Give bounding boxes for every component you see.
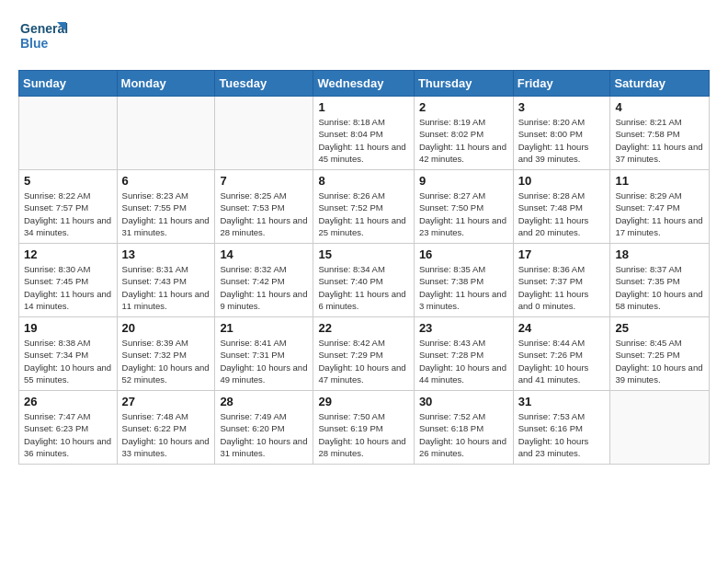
- day-number: 24: [518, 321, 606, 335]
- day-number: 25: [615, 321, 704, 335]
- calendar-cell: 27Sunrise: 7:48 AM Sunset: 6:22 PM Dayli…: [117, 391, 215, 465]
- weekday-header-wednesday: Wednesday: [313, 71, 414, 97]
- calendar-cell: [19, 97, 118, 170]
- day-number: 28: [220, 395, 308, 408]
- day-info: Sunrise: 8:20 AM Sunset: 8:00 PM Dayligh…: [518, 116, 606, 165]
- calendar-cell: 26Sunrise: 7:47 AM Sunset: 6:23 PM Dayli…: [19, 391, 118, 465]
- calendar-cell: 23Sunrise: 8:43 AM Sunset: 7:28 PM Dayli…: [414, 317, 513, 391]
- day-info: Sunrise: 8:26 AM Sunset: 7:52 PM Dayligh…: [318, 190, 408, 238]
- calendar-cell: [117, 97, 215, 170]
- page-container: GeneralBlue SundayMondayTuesdayWednesday…: [18, 18, 710, 465]
- day-info: Sunrise: 8:32 AM Sunset: 7:42 PM Dayligh…: [220, 263, 308, 312]
- day-info: Sunrise: 8:43 AM Sunset: 7:28 PM Dayligh…: [419, 337, 508, 385]
- calendar-cell: 7Sunrise: 8:25 AM Sunset: 7:53 PM Daylig…: [215, 170, 313, 244]
- day-info: Sunrise: 8:45 AM Sunset: 7:25 PM Dayligh…: [615, 337, 704, 385]
- day-number: 1: [318, 100, 408, 114]
- day-number: 15: [318, 247, 408, 261]
- day-info: Sunrise: 8:22 AM Sunset: 7:57 PM Dayligh…: [24, 190, 112, 238]
- day-number: 2: [419, 100, 508, 114]
- calendar-cell: 6Sunrise: 8:23 AM Sunset: 7:55 PM Daylig…: [117, 170, 215, 244]
- weekday-header-monday: Monday: [117, 71, 215, 97]
- day-number: 19: [24, 321, 112, 335]
- calendar-cell: 25Sunrise: 8:45 AM Sunset: 7:25 PM Dayli…: [610, 317, 710, 391]
- calendar-cell: 14Sunrise: 8:32 AM Sunset: 7:42 PM Dayli…: [215, 244, 313, 317]
- weekday-header-saturday: Saturday: [610, 71, 710, 97]
- logo-icon: GeneralBlue: [18, 18, 69, 53]
- calendar-week-row: 1Sunrise: 8:18 AM Sunset: 8:04 PM Daylig…: [19, 97, 710, 170]
- day-number: 21: [220, 321, 308, 335]
- day-info: Sunrise: 8:35 AM Sunset: 7:38 PM Dayligh…: [419, 263, 508, 312]
- day-number: 4: [615, 100, 704, 114]
- calendar-cell: 20Sunrise: 8:39 AM Sunset: 7:32 PM Dayli…: [117, 317, 215, 391]
- day-number: 11: [615, 174, 704, 188]
- day-number: 30: [419, 395, 508, 408]
- calendar-table: SundayMondayTuesdayWednesdayThursdayFrid…: [18, 70, 710, 465]
- calendar-cell: 12Sunrise: 8:30 AM Sunset: 7:45 PM Dayli…: [19, 244, 118, 317]
- weekday-header-thursday: Thursday: [414, 71, 513, 97]
- day-info: Sunrise: 8:38 AM Sunset: 7:34 PM Dayligh…: [24, 337, 112, 385]
- day-info: Sunrise: 8:41 AM Sunset: 7:31 PM Dayligh…: [220, 337, 308, 385]
- day-info: Sunrise: 8:30 AM Sunset: 7:45 PM Dayligh…: [24, 263, 112, 312]
- day-info: Sunrise: 7:50 AM Sunset: 6:19 PM Dayligh…: [318, 410, 408, 459]
- calendar-cell: 10Sunrise: 8:28 AM Sunset: 7:48 PM Dayli…: [513, 170, 610, 244]
- day-info: Sunrise: 8:25 AM Sunset: 7:53 PM Dayligh…: [220, 190, 308, 238]
- day-number: 17: [518, 247, 606, 261]
- weekday-header-sunday: Sunday: [19, 71, 118, 97]
- day-number: 5: [24, 174, 112, 188]
- day-info: Sunrise: 7:52 AM Sunset: 6:18 PM Dayligh…: [419, 410, 508, 459]
- day-number: 20: [122, 321, 210, 335]
- day-number: 14: [220, 247, 308, 261]
- day-info: Sunrise: 8:28 AM Sunset: 7:48 PM Dayligh…: [518, 190, 606, 238]
- day-number: 16: [419, 247, 508, 261]
- calendar-cell: 30Sunrise: 7:52 AM Sunset: 6:18 PM Dayli…: [414, 391, 513, 465]
- weekday-header-friday: Friday: [513, 71, 610, 97]
- calendar-cell: 15Sunrise: 8:34 AM Sunset: 7:40 PM Dayli…: [313, 244, 414, 317]
- day-info: Sunrise: 8:23 AM Sunset: 7:55 PM Dayligh…: [122, 190, 210, 238]
- day-info: Sunrise: 7:48 AM Sunset: 6:22 PM Dayligh…: [122, 410, 210, 459]
- calendar-cell: 5Sunrise: 8:22 AM Sunset: 7:57 PM Daylig…: [19, 170, 118, 244]
- calendar-cell: 9Sunrise: 8:27 AM Sunset: 7:50 PM Daylig…: [414, 170, 513, 244]
- day-info: Sunrise: 8:31 AM Sunset: 7:43 PM Dayligh…: [122, 263, 210, 312]
- calendar-cell: 21Sunrise: 8:41 AM Sunset: 7:31 PM Dayli…: [215, 317, 313, 391]
- day-info: Sunrise: 8:34 AM Sunset: 7:40 PM Dayligh…: [318, 263, 408, 312]
- day-number: 3: [518, 100, 606, 114]
- day-number: 31: [518, 395, 606, 408]
- calendar-week-row: 19Sunrise: 8:38 AM Sunset: 7:34 PM Dayli…: [19, 317, 710, 391]
- day-number: 23: [419, 321, 508, 335]
- day-info: Sunrise: 8:29 AM Sunset: 7:47 PM Dayligh…: [615, 190, 704, 238]
- day-number: 10: [518, 174, 606, 188]
- day-info: Sunrise: 7:53 AM Sunset: 6:16 PM Dayligh…: [518, 410, 606, 459]
- calendar-cell: 11Sunrise: 8:29 AM Sunset: 7:47 PM Dayli…: [610, 170, 710, 244]
- day-number: 13: [122, 247, 210, 261]
- calendar-cell: [215, 97, 313, 170]
- day-number: 27: [122, 395, 210, 408]
- svg-text:Blue: Blue: [20, 36, 49, 51]
- day-info: Sunrise: 8:27 AM Sunset: 7:50 PM Dayligh…: [419, 190, 508, 238]
- day-info: Sunrise: 7:49 AM Sunset: 6:20 PM Dayligh…: [220, 410, 308, 459]
- day-number: 12: [24, 247, 112, 261]
- logo: GeneralBlue: [18, 18, 69, 53]
- day-info: Sunrise: 8:37 AM Sunset: 7:35 PM Dayligh…: [615, 263, 704, 312]
- day-number: 29: [318, 395, 408, 408]
- day-number: 22: [318, 321, 408, 335]
- calendar-cell: 8Sunrise: 8:26 AM Sunset: 7:52 PM Daylig…: [313, 170, 414, 244]
- day-info: Sunrise: 8:21 AM Sunset: 7:58 PM Dayligh…: [615, 116, 704, 165]
- calendar-week-row: 5Sunrise: 8:22 AM Sunset: 7:57 PM Daylig…: [19, 170, 710, 244]
- calendar-cell: 28Sunrise: 7:49 AM Sunset: 6:20 PM Dayli…: [215, 391, 313, 465]
- calendar-week-row: 12Sunrise: 8:30 AM Sunset: 7:45 PM Dayli…: [19, 244, 710, 317]
- day-number: 7: [220, 174, 308, 188]
- calendar-cell: [610, 391, 710, 465]
- calendar-cell: 17Sunrise: 8:36 AM Sunset: 7:37 PM Dayli…: [513, 244, 610, 317]
- day-number: 8: [318, 174, 408, 188]
- calendar-cell: 2Sunrise: 8:19 AM Sunset: 8:02 PM Daylig…: [414, 97, 513, 170]
- day-info: Sunrise: 8:36 AM Sunset: 7:37 PM Dayligh…: [518, 263, 606, 312]
- day-number: 18: [615, 247, 704, 261]
- calendar-cell: 18Sunrise: 8:37 AM Sunset: 7:35 PM Dayli…: [610, 244, 710, 317]
- day-info: Sunrise: 8:44 AM Sunset: 7:26 PM Dayligh…: [518, 337, 606, 385]
- calendar-cell: 31Sunrise: 7:53 AM Sunset: 6:16 PM Dayli…: [513, 391, 610, 465]
- calendar-cell: 1Sunrise: 8:18 AM Sunset: 8:04 PM Daylig…: [313, 97, 414, 170]
- weekday-header-row: SundayMondayTuesdayWednesdayThursdayFrid…: [19, 71, 710, 97]
- day-info: Sunrise: 7:47 AM Sunset: 6:23 PM Dayligh…: [24, 410, 112, 459]
- calendar-cell: 24Sunrise: 8:44 AM Sunset: 7:26 PM Dayli…: [513, 317, 610, 391]
- day-number: 26: [24, 395, 112, 408]
